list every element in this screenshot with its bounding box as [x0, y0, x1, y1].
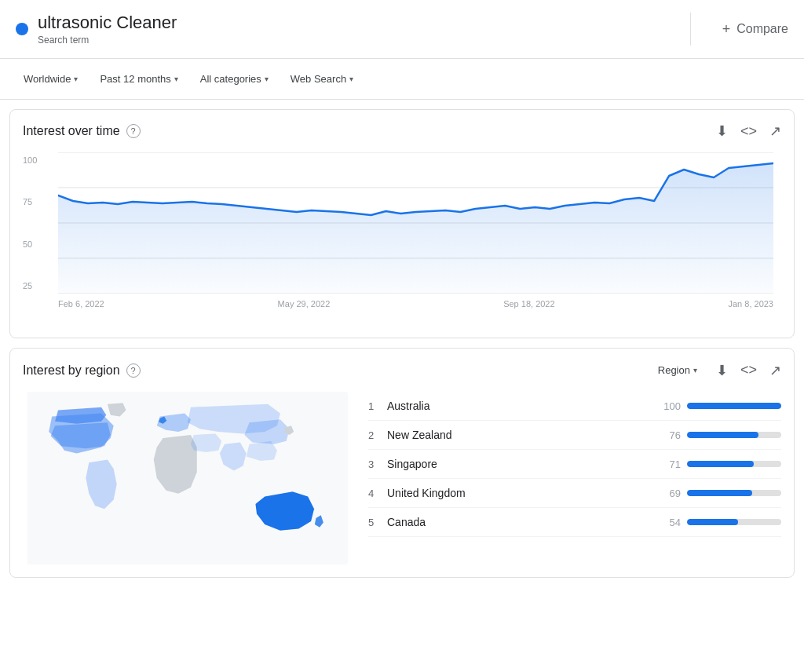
region-bar-container — [687, 403, 781, 409]
chevron-down-icon: ▾ — [265, 75, 269, 83]
y-label-50: 50 — [23, 239, 50, 249]
x-axis: Feb 6, 2022 May 29, 2022 Sep 18, 2022 Ja… — [58, 296, 773, 312]
x-label-may: May 29, 2022 — [278, 299, 331, 309]
region-row-3: 3 Singapore 71 — [368, 450, 781, 479]
embed-icon[interactable]: <> — [740, 362, 757, 378]
region-content: 1 Australia 100 2 New Zealand 76 3 Singa… — [23, 392, 781, 564]
region-section-header: Interest by region ? Region ▾ ⬇ <> ↗ — [23, 361, 781, 379]
region-section-actions: Region ▾ ⬇ <> ↗ — [652, 361, 781, 379]
chevron-down-icon: ▾ — [693, 366, 697, 374]
region-rank: 4 — [368, 488, 387, 499]
download-icon[interactable]: ⬇ — [716, 362, 728, 379]
region-bar — [687, 461, 754, 467]
region-score: 100 — [652, 400, 681, 412]
worldwide-filter[interactable]: Worldwide ▾ — [16, 68, 86, 89]
region-score: 54 — [652, 517, 681, 528]
region-bar-container — [687, 432, 781, 438]
region-view-select[interactable]: Region ▾ — [652, 361, 704, 379]
y-axis: 100 75 50 25 — [23, 152, 50, 294]
region-name: Singapore — [387, 458, 652, 470]
region-row-4: 4 United Kingdom 69 — [368, 479, 781, 508]
region-rank: 5 — [368, 517, 387, 528]
share-icon[interactable]: ↗ — [769, 362, 781, 379]
categories-label: All categories — [200, 73, 261, 85]
line-chart — [58, 152, 773, 294]
help-icon[interactable]: ? — [126, 124, 141, 138]
compare-button[interactable]: + Compare — [691, 21, 788, 38]
search-type-filter[interactable]: Web Search ▾ — [283, 68, 361, 89]
section-title: Interest over time ? — [23, 124, 141, 138]
x-label-sep: Sep 18, 2022 — [503, 299, 554, 309]
x-label-feb: Feb 6, 2022 — [58, 299, 104, 309]
region-rank: 3 — [368, 458, 387, 470]
time-range-filter[interactable]: Past 12 months ▾ — [92, 68, 185, 89]
time-range-label: Past 12 months — [100, 73, 170, 85]
page-header: ultrasonic Cleaner Search term + Compare — [0, 0, 804, 59]
region-score: 69 — [652, 488, 681, 499]
region-score: 76 — [652, 429, 681, 441]
y-label-75: 75 — [23, 197, 50, 206]
region-bar-container — [687, 519, 781, 525]
y-label-25: 25 — [23, 281, 50, 290]
region-bar — [687, 432, 758, 438]
region-list: 1 Australia 100 2 New Zealand 76 3 Singa… — [368, 392, 781, 564]
brand-dot — [16, 23, 28, 35]
y-label-100: 100 — [23, 155, 50, 165]
help-icon[interactable]: ? — [126, 363, 141, 378]
section-actions: ⬇ <> ↗ — [716, 122, 781, 140]
filter-bar: Worldwide ▾ Past 12 months ▾ All categor… — [0, 59, 804, 100]
region-name: United Kingdom — [387, 487, 652, 499]
interest-over-time-title: Interest over time — [23, 124, 120, 138]
region-row-2: 2 New Zealand 76 — [368, 421, 781, 450]
region-rank: 2 — [368, 429, 387, 441]
world-map — [23, 392, 353, 564]
interest-by-region-title: Interest by region — [23, 363, 120, 378]
chevron-down-icon: ▾ — [349, 75, 353, 83]
share-icon[interactable]: ↗ — [769, 122, 781, 140]
search-term-info: ultrasonic Cleaner Search term — [38, 13, 177, 46]
region-score: 71 — [652, 458, 681, 470]
download-icon[interactable]: ⬇ — [716, 122, 728, 140]
worldwide-label: Worldwide — [24, 73, 71, 85]
region-view-label: Region — [658, 364, 690, 376]
region-row-5: 5 Canada 54 — [368, 508, 781, 537]
region-name: New Zealand — [387, 429, 652, 441]
search-term-label: Search term — [38, 35, 177, 46]
interest-by-region-section: Interest by region ? Region ▾ ⬇ <> ↗ — [9, 348, 795, 578]
plus-icon: + — [722, 21, 731, 38]
section-header: Interest over time ? ⬇ <> ↗ — [23, 122, 781, 140]
region-rank: 1 — [368, 400, 387, 412]
region-row-1: 1 Australia 100 — [368, 392, 781, 421]
region-bar — [687, 403, 781, 409]
x-label-jan: Jan 8, 2023 — [729, 299, 774, 309]
search-term-title: ultrasonic Cleaner — [38, 13, 177, 33]
chart-container: 100 75 50 25 Fe — [23, 152, 781, 325]
region-section-title: Interest by region ? — [23, 363, 141, 378]
categories-filter[interactable]: All categories ▾ — [192, 68, 276, 89]
region-bar-container — [687, 490, 781, 496]
chevron-down-icon: ▾ — [74, 75, 78, 83]
region-name: Canada — [387, 516, 652, 528]
region-name: Australia — [387, 400, 652, 412]
chevron-down-icon: ▾ — [174, 75, 178, 83]
svg-marker-5 — [58, 163, 773, 294]
search-type-label: Web Search — [291, 73, 346, 85]
search-term-section: ultrasonic Cleaner Search term — [16, 13, 691, 46]
region-bar — [687, 519, 738, 525]
compare-label: Compare — [736, 22, 788, 36]
map-svg — [23, 392, 353, 564]
interest-over-time-section: Interest over time ? ⬇ <> ↗ 100 75 50 25 — [9, 109, 795, 338]
region-bar — [687, 490, 752, 496]
region-bar-container — [687, 461, 781, 467]
embed-icon[interactable]: <> — [740, 123, 757, 140]
